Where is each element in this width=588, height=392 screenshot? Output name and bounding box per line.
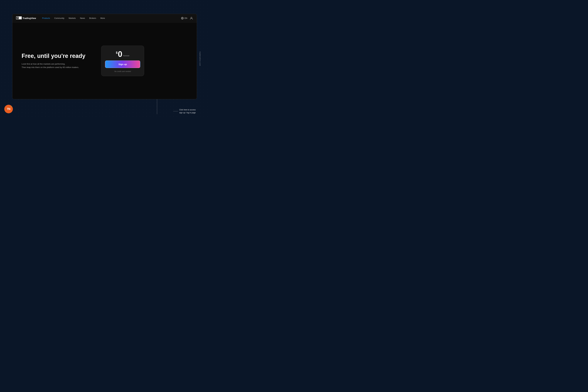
price-display: $ 0 forever <box>116 50 130 58</box>
svg-point-5 <box>191 17 192 18</box>
tv-logo-text: TradingView <box>22 17 36 20</box>
hero-subtitle-line2: Then leap into them on the platform used… <box>22 66 79 68</box>
nav-products[interactable]: Products <box>42 17 50 19</box>
tn-logo: TN <box>4 105 13 113</box>
nav-news[interactable]: News <box>80 17 85 19</box>
nav-more[interactable]: More <box>100 17 105 19</box>
annotation-line2: sign up / log in page <box>179 111 196 114</box>
language-label: EN <box>184 17 187 19</box>
hero-subtitle: Look first at how all the markets are pe… <box>22 62 101 69</box>
annotation-row: Click here to access sign up / log in pa… <box>173 108 196 114</box>
pricing-card: $ 0 forever Sign up No credit card neede… <box>101 46 144 76</box>
nav-markets[interactable]: Markets <box>68 17 76 19</box>
hero-title: Free, until you're ready <box>22 53 101 60</box>
price-currency: $ <box>116 51 118 54</box>
price-amount: 0 <box>118 50 122 58</box>
tv-logo-icon: 🅃🆅 <box>16 16 22 20</box>
logo-area[interactable]: 🅃🆅 TradingView <box>16 16 36 20</box>
price-period: forever <box>123 54 130 57</box>
nav-right-controls: EN <box>181 16 193 20</box>
hero-content: Free, until you're ready Look first at h… <box>22 53 101 69</box>
nav-brokers[interactable]: Brokers <box>89 17 96 19</box>
hero-section: Free, until you're ready Look first at h… <box>12 22 197 99</box>
nav-links: Products Community Markets News Brokers … <box>42 17 181 19</box>
tn-checkmark-icon <box>10 106 12 107</box>
user-icon[interactable] <box>190 16 193 20</box>
globe-icon <box>181 17 184 20</box>
language-button[interactable]: EN <box>181 17 187 20</box>
domain-watermark: tradenation.com <box>199 52 201 66</box>
browser-window: 🅃🆅 TradingView Products Community Market… <box>12 14 197 99</box>
no-credit-card-text: No credit card needed <box>114 70 131 72</box>
hero-subtitle-line1: Look first at how all the markets are pe… <box>22 63 65 65</box>
annotation-text: Click here to access sign up / log in pa… <box>179 108 196 114</box>
navbar: 🅃🆅 TradingView Products Community Market… <box>12 14 197 22</box>
nav-community[interactable]: Community <box>54 17 64 19</box>
tn-logo-text: TN <box>7 108 10 111</box>
annotation-line1: Click here to access <box>179 108 196 111</box>
signup-button[interactable]: Sign up <box>105 60 140 68</box>
